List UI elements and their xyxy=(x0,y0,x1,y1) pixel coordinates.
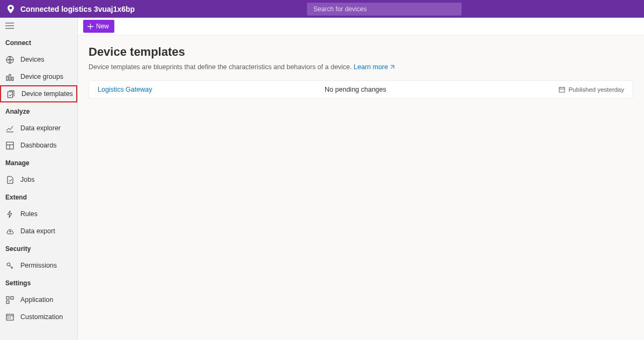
svg-rect-10 xyxy=(6,314,13,320)
external-link-icon xyxy=(389,64,395,70)
nav-label: Device templates xyxy=(21,90,73,98)
template-status: No pending changes xyxy=(152,86,559,93)
svg-rect-8 xyxy=(11,297,13,299)
section-security: Security xyxy=(0,240,77,257)
dashboards-icon xyxy=(5,141,14,150)
top-header: Connected logistics 3vuaj1x6bp xyxy=(0,0,644,18)
svg-point-12 xyxy=(10,317,11,319)
sidebar-item-customization[interactable]: Customization xyxy=(0,308,77,326)
data-explorer-icon xyxy=(5,124,14,132)
template-name-link[interactable]: Logistics Gateway xyxy=(98,86,152,93)
section-extend: Extend xyxy=(0,188,77,205)
sidebar-item-rules[interactable]: Rules xyxy=(0,205,77,223)
section-settings: Settings xyxy=(0,274,77,291)
search-wrap xyxy=(307,3,462,16)
application-icon xyxy=(5,295,14,304)
learn-more-link[interactable]: Learn more xyxy=(354,63,395,71)
page-title: Device templates xyxy=(89,45,633,59)
template-published: Published yesterday xyxy=(559,86,624,93)
sidebar-item-application[interactable]: Application xyxy=(0,291,77,308)
location-icon xyxy=(8,5,14,13)
published-text: Published yesterday xyxy=(568,86,624,93)
sidebar-item-permissions[interactable]: Permissions xyxy=(0,257,77,274)
app-title: Connected logistics 3vuaj1x6bp xyxy=(20,5,135,13)
nav-label: Device groups xyxy=(20,73,63,80)
nav-label: Rules xyxy=(20,210,38,218)
section-manage: Manage xyxy=(0,154,77,171)
sidebar: Connect Devices Device groups Device tem… xyxy=(0,18,78,340)
new-button-label: New xyxy=(96,23,109,30)
new-button[interactable]: New xyxy=(83,20,114,33)
toolbar: New xyxy=(78,18,644,35)
svg-rect-13 xyxy=(559,87,565,92)
svg-rect-9 xyxy=(6,301,9,304)
nav-label: Data export xyxy=(20,227,55,235)
calendar-icon xyxy=(559,86,565,93)
plus-icon xyxy=(87,24,93,29)
jobs-icon xyxy=(5,175,14,184)
device-groups-icon xyxy=(5,72,14,81)
svg-point-11 xyxy=(8,317,9,319)
nav-label: Permissions xyxy=(20,262,57,269)
page-desc-text: Device templates are blueprints that def… xyxy=(89,63,354,71)
template-row[interactable]: Logistics Gateway No pending changes Pub… xyxy=(89,80,633,99)
sidebar-item-data-export[interactable]: Data export xyxy=(0,223,77,240)
sidebar-item-devices[interactable]: Devices xyxy=(0,51,77,68)
svg-rect-7 xyxy=(6,297,9,299)
data-export-icon xyxy=(5,227,14,235)
sidebar-item-dashboards[interactable]: Dashboards xyxy=(0,137,77,154)
sidebar-item-device-templates[interactable]: Device templates xyxy=(0,85,77,102)
sidebar-item-data-explorer[interactable]: Data explorer xyxy=(0,120,77,137)
nav-label: Application xyxy=(20,296,53,304)
main-area: New Device templates Device templates ar… xyxy=(78,18,644,340)
nav-label: Devices xyxy=(20,56,44,63)
customization-icon xyxy=(5,313,14,321)
svg-rect-3 xyxy=(12,77,13,80)
svg-rect-4 xyxy=(8,92,12,98)
permissions-icon xyxy=(5,261,14,270)
hamburger-button[interactable] xyxy=(0,18,77,34)
devices-icon xyxy=(5,55,14,64)
sidebar-item-jobs[interactable]: Jobs xyxy=(0,171,77,188)
search-input[interactable] xyxy=(307,3,462,16)
rules-icon xyxy=(5,210,14,218)
page-description: Device templates are blueprints that def… xyxy=(89,63,633,71)
nav-label: Data explorer xyxy=(20,124,61,132)
device-templates-icon xyxy=(6,90,15,98)
nav-label: Dashboards xyxy=(20,142,56,149)
svg-rect-1 xyxy=(6,76,8,80)
section-connect: Connect xyxy=(0,34,77,51)
sidebar-item-device-groups[interactable]: Device groups xyxy=(0,68,77,85)
section-analyze: Analyze xyxy=(0,102,77,120)
nav-label: Customization xyxy=(20,313,63,321)
svg-rect-2 xyxy=(9,75,11,80)
nav-label: Jobs xyxy=(20,176,34,183)
